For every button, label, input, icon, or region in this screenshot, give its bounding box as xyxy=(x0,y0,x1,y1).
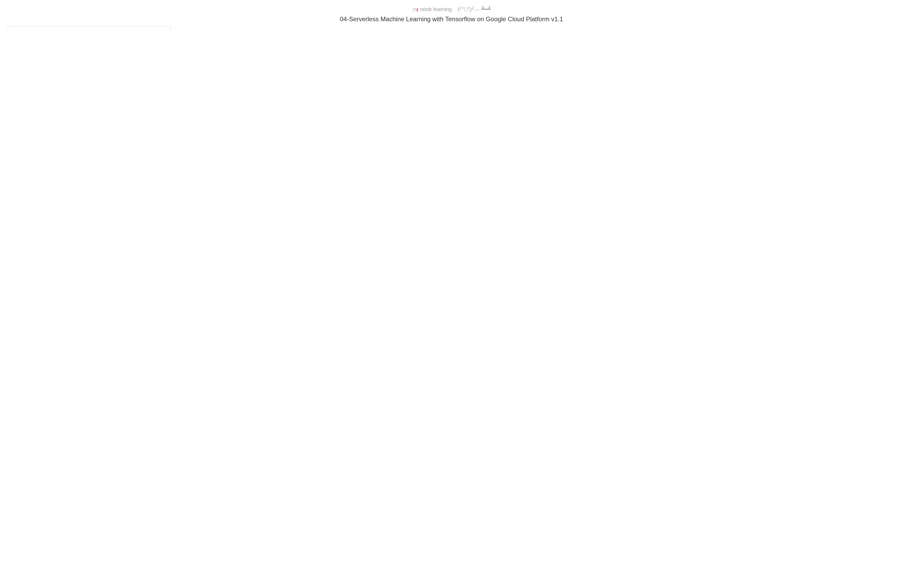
logo-emoticon: (╯°□°)╯︵ ┻━┻ xyxy=(458,6,491,13)
toolkit-title: TensorFlow toolkit hierarchy xyxy=(8,27,170,31)
toolkit-hierarchy-card: TensorFlow toolkit hierarchy High-level … xyxy=(8,26,170,31)
page-header: ∩ι noob learning (╯°□°)╯︵ ┻━┻ 04-Serverl… xyxy=(8,5,895,23)
page-title: 04-Serverless Machine Learning with Tens… xyxy=(8,16,895,23)
logo-text: noob learning xyxy=(420,6,452,12)
logo-mark: ∩ι xyxy=(412,5,418,13)
